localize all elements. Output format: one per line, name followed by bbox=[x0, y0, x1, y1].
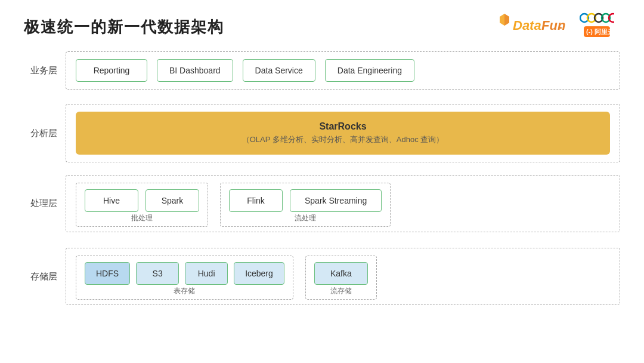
spark-streaming-box: Spark Streaming bbox=[290, 189, 382, 212]
kafka-box: Kafka bbox=[314, 262, 368, 285]
svg-text:(-) 阿里云: (-) 阿里云 bbox=[586, 28, 612, 35]
storage-layer-content: HDFS S3 Hudi Iceberg 表存储 Kafka 流存储 bbox=[66, 248, 620, 305]
starrocks-subtitle: （OLAP 多维分析、实时分析、高并发查询、Adhoc 查询） bbox=[88, 134, 598, 145]
page-title: 极速统一的新一代数据架构 bbox=[24, 17, 224, 38]
table-storage-group: HDFS S3 Hudi Iceberg 表存储 bbox=[76, 256, 293, 300]
architecture-diagram: 业务层 Reporting BI Dashboard Data Service … bbox=[24, 47, 620, 351]
aliyun-icon: (-) 阿里云 bbox=[581, 25, 612, 38]
s3-box: S3 bbox=[136, 262, 179, 285]
stream-storage-label: 流存储 bbox=[330, 286, 352, 296]
table-storage-label: 表存储 bbox=[174, 286, 195, 296]
batch-processing-group: Hive Spark 批处理 bbox=[76, 183, 208, 227]
processing-layer: 处理层 Hive Spark 批处理 Flink Spark Streaming… bbox=[24, 172, 620, 235]
logo-area: Data Fun . (-) 阿里云 bbox=[493, 11, 614, 38]
analysis-layer: 分析层 StarRocks （OLAP 多维分析、实时分析、高并发查询、Adho… bbox=[24, 103, 620, 163]
reporting-box: Reporting bbox=[76, 59, 147, 82]
business-layer: 业务层 Reporting BI Dashboard Data Service … bbox=[24, 47, 620, 94]
starrocks-box: StarRocks （OLAP 多维分析、实时分析、高并发查询、Adhoc 查询… bbox=[76, 112, 610, 155]
storage-layer: 存储层 HDFS S3 Hudi Iceberg 表存储 Kafka 流存储 bbox=[24, 244, 620, 309]
processing-layer-content: Hive Spark 批处理 Flink Spark Streaming 流处理 bbox=[66, 175, 620, 232]
starrocks-title: StarRocks bbox=[88, 121, 598, 132]
hive-box: Hive bbox=[85, 189, 138, 212]
svg-text:.: . bbox=[559, 19, 562, 31]
flink-box: Flink bbox=[229, 189, 283, 212]
svg-marker-1 bbox=[504, 14, 509, 26]
stream-storage-group: Kafka 流存储 bbox=[305, 256, 377, 300]
data-engineering-box: Data Engineering bbox=[325, 59, 414, 82]
hudi-box: Hudi bbox=[185, 262, 228, 285]
iceberg-box: Iceberg bbox=[234, 262, 284, 285]
spark-box: Spark bbox=[145, 189, 199, 212]
analysis-layer-content: StarRocks （OLAP 多维分析、实时分析、高并发查询、Adhoc 查询… bbox=[66, 104, 620, 162]
processing-layer-label: 处理层 bbox=[24, 198, 66, 209]
aliyun-logo: (-) 阿里云 bbox=[580, 11, 614, 38]
olympic-rings-icon bbox=[580, 11, 614, 25]
business-layer-content: Reporting BI Dashboard Data Service Data… bbox=[66, 51, 620, 90]
datafun-logo: Data Fun . bbox=[493, 12, 570, 37]
data-service-box: Data Service bbox=[243, 59, 315, 82]
stream-label: 流处理 bbox=[295, 213, 316, 223]
business-layer-label: 业务层 bbox=[24, 65, 66, 76]
bi-dashboard-box: BI Dashboard bbox=[157, 59, 233, 82]
analysis-layer-label: 分析层 bbox=[24, 128, 66, 139]
svg-text:Data: Data bbox=[513, 18, 541, 33]
hdfs-box: HDFS bbox=[85, 262, 130, 285]
stream-processing-group: Flink Spark Streaming 流处理 bbox=[220, 183, 391, 227]
storage-layer-label: 存储层 bbox=[24, 271, 66, 282]
batch-label: 批处理 bbox=[131, 213, 153, 223]
